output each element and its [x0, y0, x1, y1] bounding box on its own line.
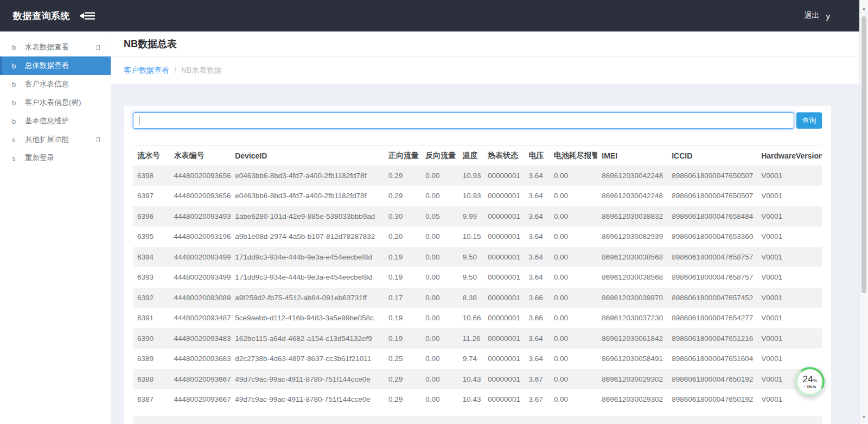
table-cell: 44480020093196 [169, 226, 231, 247]
scroll-up-icon[interactable]: ▲ [860, 4, 868, 13]
sidebar-item[interactable]: b客户水表信息 [0, 75, 111, 93]
table-cell: 0.00 [550, 166, 598, 186]
table-cell: 44480020093487 [169, 308, 231, 328]
main-area: NB数据总表 客户数据查看 / NB水表数据 查询 流水号水表编号DeviceI… [111, 31, 859, 424]
table-cell: 44480020093089 [169, 288, 231, 308]
menu-item-icon: b [12, 43, 19, 52]
table-cell: e0463bb6-8bd3-4fd7-a400-2fb1182fd78f [231, 166, 384, 186]
table-cell: 10.43 [458, 389, 483, 410]
column-header: 反向流量 [421, 146, 458, 166]
table-cell: 44480020093667 [169, 389, 231, 410]
sidebar-item[interactable]: b客户水表信息(树) [0, 93, 111, 112]
upload-arrow-icon: ↑ [803, 384, 806, 389]
table-cell: 0.30 [384, 206, 421, 227]
column-header: 电压 [525, 146, 550, 166]
sidebar-item[interactable]: b总体数据查看 [0, 56, 111, 75]
table-cell: 0.19 [384, 328, 421, 349]
menu-item-icon: s [12, 136, 19, 144]
logout-button[interactable]: 退出 [805, 11, 820, 21]
sidebar-collapse-icon[interactable] [78, 9, 97, 22]
vertical-scrollbar[interactable]: ▲ ▼ [859, 0, 868, 424]
table-cell: 0.00 [550, 369, 598, 390]
table-cell: 44480020093656 [169, 166, 231, 186]
column-header: 热表状态 [483, 146, 524, 166]
table-cell: 00000001 [483, 247, 524, 268]
submenu-indicator-icon [97, 45, 100, 50]
table-cell: 0.00 [550, 328, 598, 349]
download-progress-inner: 24% ↑ 0K/s [797, 369, 822, 394]
sidebar-item[interactable]: b基本信息维护 [0, 112, 111, 130]
table-cell: 3.67 [525, 369, 550, 390]
table-cell: 162be115-a64d-4682-a154-c13d54132ef9 [231, 328, 384, 349]
column-header: IMEI [597, 146, 667, 166]
table-cell: 3.66 [525, 288, 550, 308]
download-progress-badge[interactable]: 24% ↑ 0K/s [795, 367, 825, 396]
table-cell: 89860618000047658757 [667, 247, 757, 268]
table-cell: 3.64 [525, 206, 550, 227]
table-cell: 3.64 [525, 226, 550, 247]
table-row: 639244480020093089a9f259d2-fb75-4512-ab8… [133, 288, 822, 308]
breadcrumb-current: NB水表数据 [181, 66, 222, 75]
table-cell: 869612030038568 [597, 267, 667, 288]
table-cell: 171dd9c3-934e-444b-9e3a-e454eecbef8d [231, 247, 384, 268]
app-title: 数据查询系统 [13, 10, 70, 22]
table-cell: 6395 [133, 226, 169, 247]
menu-item-icon: b [12, 80, 19, 88]
menu-item-label: 客户水表信息(树) [25, 98, 81, 107]
table-cell: 6388 [133, 369, 169, 390]
menu-item-icon: b [12, 99, 19, 107]
submenu-indicator-icon [97, 137, 100, 142]
sidebar-item[interactable]: s其他扩展功能 [0, 130, 111, 149]
table-cell: 0.00 [421, 186, 458, 206]
table-cell: 869612030042248 [597, 166, 667, 186]
table-cell: 10.93 [458, 186, 483, 206]
table-cell: d2c2738b-4d63-4897-8637-cc3b61f21011 [231, 349, 384, 369]
search-input[interactable] [133, 112, 794, 129]
table-cell: 0.00 [421, 288, 458, 308]
table-cell: 00000001 [483, 206, 524, 227]
table-cell: 0.00 [550, 206, 598, 227]
table-row: 6396444800200934931abe6280-101d-42e9-885… [133, 206, 822, 227]
table-cell: 00000001 [483, 328, 524, 349]
table-cell: 44480020093499 [169, 267, 231, 288]
scrollbar-thumb[interactable] [861, 16, 866, 293]
breadcrumb-parent-link[interactable]: 客户数据查看 [124, 66, 169, 75]
table-cell: 6389 [133, 349, 169, 369]
table-row: 639544480020093196a9b1e08d-2974-4a5b-b10… [133, 226, 822, 247]
table-header: 流水号水表编号DeviceID正向流量反向流量温度热表状态电压电池耗尽报警IME… [133, 146, 822, 166]
table-row: 639044480020093483162be115-a64d-4682-a15… [133, 328, 822, 349]
menu-item-label: 重新登录 [25, 153, 54, 163]
table-cell: V0001 [757, 349, 822, 369]
table-cell: 89860618000047653360 [667, 226, 757, 247]
column-header: 电池耗尽报警 [550, 146, 598, 166]
menu-item-icon: s [12, 154, 19, 162]
table-row: 6391444800200934875ce9aebb-d112-416b-948… [133, 308, 822, 328]
data-table: 流水号水表编号DeviceID正向流量反向流量温度热表状态电压电池耗尽报警IME… [133, 145, 822, 410]
table-cell: 0.29 [384, 369, 421, 390]
table-cell: 0.00 [550, 247, 598, 268]
top-header: 数据查询系统 退出 y [0, 0, 859, 31]
table-body: 639844480020093656e0463bb6-8bd3-4fd7-a40… [133, 166, 822, 410]
table-cell: 9.50 [458, 247, 483, 268]
sidebar-item[interactable]: b水表数据查看 [0, 38, 111, 56]
breadcrumb-separator: / [174, 66, 176, 75]
username[interactable]: y [826, 11, 831, 21]
table-cell: 44480020093683 [169, 349, 231, 369]
query-button[interactable]: 查询 [796, 112, 822, 129]
table-cell: 0.00 [550, 308, 598, 328]
table-cell: a9b1e08d-2974-4a5b-b107-812d78287832 [231, 226, 384, 247]
table-row: 63884448002009366749d7c9ac-99ac-4911-878… [133, 369, 822, 390]
scroll-down-icon[interactable]: ▼ [860, 413, 868, 422]
table-cell: 0.25 [384, 349, 421, 369]
table-cell: 0.00 [421, 308, 458, 328]
table-cell: 00000001 [483, 267, 524, 288]
table-cell: 0.00 [421, 389, 458, 410]
brand: 数据查询系统 [0, 9, 97, 22]
table-cell: 3.64 [525, 349, 550, 369]
menu-item-label: 客户水表信息 [25, 79, 69, 89]
table-cell: 89860618000047650507 [667, 186, 757, 206]
table-cell: 10.15 [458, 226, 483, 247]
column-header: HardwareVersion [757, 146, 822, 166]
table-cell: 0.00 [421, 226, 458, 247]
sidebar-item[interactable]: s重新登录 [0, 149, 111, 167]
